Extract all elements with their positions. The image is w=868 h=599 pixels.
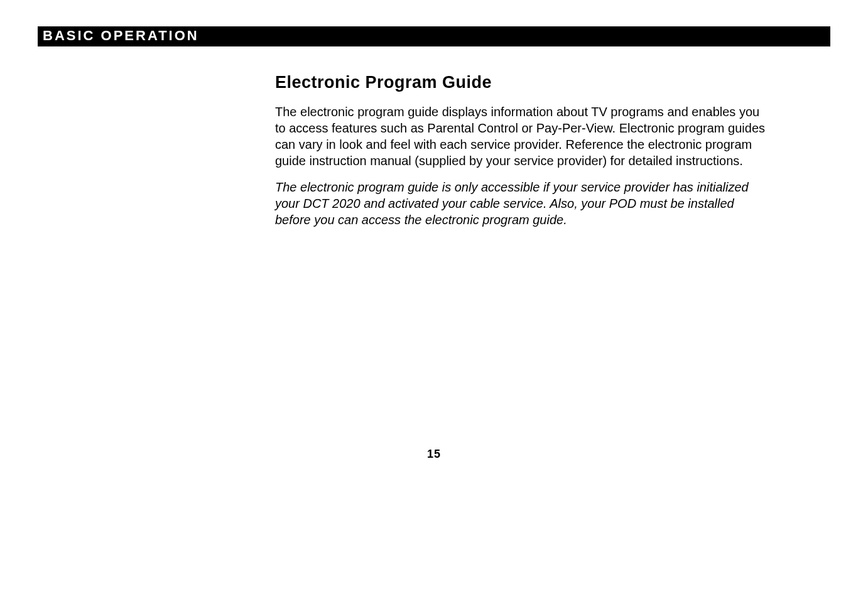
section-title: Electronic Program Guide bbox=[275, 73, 765, 92]
body-paragraph-1: The electronic program guide displays in… bbox=[275, 104, 765, 169]
header-title: BASIC OPERATION bbox=[43, 28, 199, 43]
page-container: BASIC OPERATION Electronic Program Guide… bbox=[0, 0, 868, 599]
section-header-bar: BASIC OPERATION bbox=[38, 26, 830, 46]
content-block: Electronic Program Guide The electronic … bbox=[275, 73, 765, 228]
page-number: 15 bbox=[0, 448, 868, 461]
body-paragraph-2-italic: The electronic program guide is only acc… bbox=[275, 179, 765, 228]
